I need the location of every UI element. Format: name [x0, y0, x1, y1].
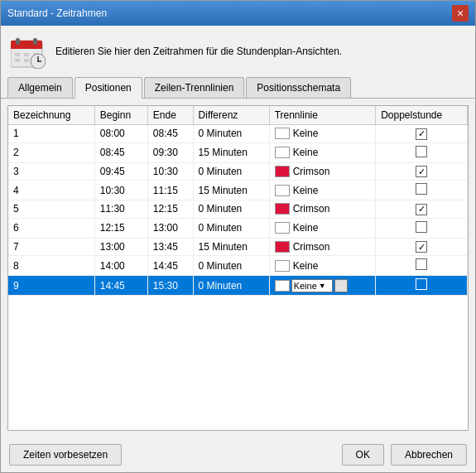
- cell-beginn: 14:00: [94, 256, 147, 276]
- cancel-button[interactable]: Abbrechen: [391, 444, 467, 466]
- cell-bezeichnung: 1: [8, 125, 94, 143]
- doppelstunde-checkbox[interactable]: [416, 278, 427, 290]
- cell-differenz: 15 Minuten: [193, 181, 269, 200]
- cell-trennlinie[interactable]: Crimson: [269, 238, 376, 256]
- trennlinie-edit-button[interactable]: …: [334, 279, 348, 292]
- cell-beginn: 08:00: [94, 125, 147, 143]
- trennlinie-label: Crimson: [293, 241, 330, 253]
- table-row[interactable]: 814:0014:450 MinutenKeine: [8, 256, 468, 276]
- tab-zeilen-trennlinien[interactable]: Zeilen-Trennlinien: [144, 77, 245, 98]
- svg-rect-2: [11, 46, 42, 49]
- cell-doppelstunde[interactable]: [376, 276, 468, 296]
- main-window: Standard - Zeitrahmen × Editieren Sie hi…: [0, 0, 476, 473]
- table-row[interactable]: 511:3012:150 MinutenCrimson: [8, 200, 468, 219]
- cell-trennlinie[interactable]: Keine: [269, 256, 376, 276]
- cell-trennlinie[interactable]: Keine: [269, 181, 376, 200]
- clock-icon: [11, 34, 46, 69]
- cell-doppelstunde[interactable]: [376, 162, 468, 181]
- table-row[interactable]: 208:4509:3015 MinutenKeine: [8, 142, 468, 162]
- cell-differenz: 15 Minuten: [193, 142, 269, 162]
- doppelstunde-checkbox[interactable]: [416, 146, 427, 157]
- cell-doppelstunde[interactable]: [376, 125, 468, 143]
- cell-ende: 14:45: [147, 256, 193, 276]
- cell-bezeichnung: 8: [8, 256, 94, 276]
- trennlinie-label: Keine: [293, 185, 319, 196]
- cell-bezeichnung: 2: [8, 142, 94, 162]
- cell-trennlinie[interactable]: Crimson: [269, 200, 376, 219]
- cell-bezeichnung: 6: [8, 218, 94, 238]
- cell-bezeichnung: 9: [8, 276, 94, 296]
- doppelstunde-checkbox[interactable]: [416, 204, 427, 215]
- col-ende: Ende: [147, 106, 193, 125]
- cell-beginn: 13:00: [94, 238, 147, 256]
- doppelstunde-checkbox[interactable]: [416, 128, 427, 140]
- col-doppelstunde: Doppelstunde: [376, 106, 468, 125]
- col-trennlinie: Trennlinie: [269, 106, 376, 125]
- cell-bezeichnung: 4: [8, 181, 94, 200]
- cell-doppelstunde[interactable]: [376, 181, 468, 200]
- cell-trennlinie[interactable]: Crimson: [269, 162, 376, 181]
- close-button[interactable]: ×: [452, 5, 469, 22]
- trennlinie-label: Crimson: [293, 203, 330, 215]
- cell-bezeichnung: 5: [8, 200, 94, 219]
- cell-differenz: 0 Minuten: [193, 256, 269, 276]
- doppelstunde-checkbox[interactable]: [416, 183, 427, 195]
- window-title: Standard - Zeitrahmen: [7, 7, 107, 19]
- cell-differenz: 0 Minuten: [193, 276, 269, 296]
- doppelstunde-checkbox[interactable]: [416, 166, 427, 177]
- col-bezeichnung: Bezeichnung: [8, 106, 94, 125]
- table-row[interactable]: 108:0008:450 MinutenKeine: [8, 125, 468, 143]
- cell-ende: 10:30: [147, 162, 193, 181]
- cell-beginn: 09:45: [94, 162, 147, 181]
- cell-trennlinie[interactable]: Keine: [269, 125, 376, 143]
- cell-beginn: 14:45: [94, 276, 147, 296]
- cell-beginn: 08:45: [94, 142, 147, 162]
- trennlinie-label: Keine: [293, 260, 319, 272]
- trennlinie-label: Keine: [293, 128, 319, 139]
- cell-bezeichnung: 3: [8, 162, 94, 181]
- col-differenz: Differenz: [193, 106, 269, 125]
- cell-doppelstunde[interactable]: [376, 200, 468, 219]
- table-row[interactable]: 410:3011:1515 MinutenKeine: [8, 181, 468, 200]
- ok-button[interactable]: OK: [342, 444, 384, 466]
- cell-trennlinie[interactable]: Keine▼…: [269, 276, 376, 296]
- svg-rect-3: [16, 38, 20, 45]
- doppelstunde-checkbox[interactable]: [416, 221, 427, 233]
- table-row[interactable]: 914:4515:300 MinutenKeine▼…: [8, 276, 468, 296]
- cell-doppelstunde[interactable]: [376, 238, 468, 256]
- cell-ende: 13:45: [147, 238, 193, 256]
- cell-doppelstunde[interactable]: [376, 142, 468, 162]
- doppelstunde-checkbox[interactable]: [416, 258, 427, 270]
- tab-allgemein[interactable]: Allgemein: [7, 77, 73, 98]
- header-area: Editieren Sie hier den Zeitrahmen für di…: [1, 26, 475, 77]
- title-bar: Standard - Zeitrahmen ×: [1, 1, 475, 26]
- cell-ende: 12:15: [147, 200, 193, 219]
- cell-differenz: 0 Minuten: [193, 200, 269, 219]
- table-row[interactable]: 612:1513:000 MinutenKeine: [8, 218, 468, 238]
- svg-rect-8: [15, 59, 20, 62]
- cell-beginn: 10:30: [94, 181, 147, 200]
- trennlinie-label: Keine: [293, 222, 319, 234]
- cell-doppelstunde[interactable]: [376, 256, 468, 276]
- table-row[interactable]: 309:4510:300 MinutenCrimson: [8, 162, 468, 181]
- trennlinie-label: Keine: [293, 147, 319, 158]
- tabs-bar: Allgemein Positionen Zeilen-Trennlinien …: [1, 77, 475, 99]
- footer-right: OK Abbrechen: [342, 444, 467, 466]
- cell-trennlinie[interactable]: Keine: [269, 218, 376, 238]
- cell-ende: 15:30: [147, 276, 193, 296]
- footer-left: Zeiten vorbesetzen: [9, 444, 122, 466]
- svg-rect-9: [24, 59, 29, 62]
- tab-positionsschemata[interactable]: Positionsschemata: [246, 77, 351, 98]
- cell-trennlinie[interactable]: Keine: [269, 142, 376, 162]
- tab-positionen[interactable]: Positionen: [75, 77, 142, 99]
- doppelstunde-checkbox[interactable]: [416, 241, 427, 253]
- table-row[interactable]: 713:0013:4515 MinutenCrimson: [8, 238, 468, 256]
- cell-ende: 11:15: [147, 181, 193, 200]
- cell-doppelstunde[interactable]: [376, 218, 468, 238]
- cell-beginn: 12:15: [94, 218, 147, 238]
- header-text: Editieren Sie hier den Zeitrahmen für di…: [55, 46, 342, 57]
- cell-differenz: 0 Minuten: [193, 125, 269, 143]
- footer: Zeiten vorbesetzen OK Abbrechen: [1, 437, 475, 472]
- reset-times-button[interactable]: Zeiten vorbesetzen: [9, 444, 122, 466]
- tab-content: Bezeichnung Beginn Ende Differenz Trennl…: [1, 99, 475, 437]
